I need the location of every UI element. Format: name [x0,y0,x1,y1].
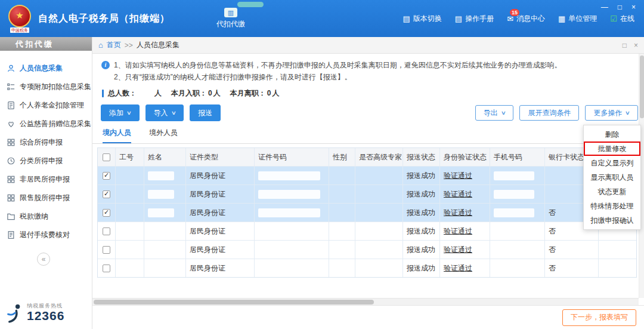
notice-line2: 2、只有“报送成功”的纳税人才能进行扣缴申报操作，请及时进行【报送】。 [114,71,620,83]
cell-name [144,222,186,240]
column-header: 报送状态 [403,148,440,166]
cell-employee-no [116,222,144,240]
nav-label: 在线 [620,14,634,24]
sidebar-item-special-deduction[interactable]: 专项附加扣除信息采集 [0,78,92,96]
cell-phone [490,241,545,259]
menu-item-status-update[interactable]: 状态更新 [584,185,640,199]
sidebar-item-tax-payment[interactable]: 税款缴纳 [0,207,92,226]
cell-id-type: 居民身份证 [186,167,255,185]
cell-id-number [255,204,329,222]
menu-item-show-resigned[interactable]: 显示离职人员 [584,170,640,185]
cell-name [144,204,186,222]
document-icon [403,15,410,23]
total-count-unit: 人 [154,88,162,99]
select-all-checkbox[interactable] [103,153,110,161]
cell-senior-expert [355,167,403,185]
cell-verify-status[interactable]: 验证通过 [440,222,490,240]
cell-verify-status[interactable]: 验证通过 [440,167,490,185]
cell-phone [490,259,545,277]
table-row[interactable]: 居民身份证 报送成功 验证通过 [98,185,636,203]
nav-version-switch[interactable]: 版本切换 [403,14,442,24]
cell-id-number [255,222,329,240]
cell-gender [329,185,355,203]
cell-name [144,259,186,277]
close-button[interactable]: × [631,3,636,11]
cell-phone [490,167,545,185]
import-button[interactable]: 导入∨ [145,104,184,121]
horizontal-scrollbar[interactable] [92,298,639,305]
submit-button[interactable]: 报送 [190,104,221,121]
notice-line1: 1、请如实填写纳税人的身份信息等基础资料，不再办理扣缴申报的人员及时采集离职日期… [114,59,620,71]
sidebar-item-charity-donation[interactable]: 公益慈善捐赠信息采集 [0,115,92,133]
row-checkbox[interactable] [103,209,110,217]
breadcrumb-home[interactable]: 首页 [107,40,121,50]
row-checkbox[interactable] [103,172,110,180]
nav-online-status[interactable]: 在线 [610,14,634,24]
menu-item-special-cases[interactable]: 特殊情形处理 [584,199,640,213]
row-checkbox[interactable] [103,246,110,254]
cell-submit-status: 报送成功 [403,241,440,259]
menu-item-withholding-confirm[interactable]: 扣缴申报确认 [584,213,640,227]
online-status-icon [610,15,617,23]
sidebar-item-refund-fee-check[interactable]: 退付手续费核对 [0,226,92,244]
cell-verify-status[interactable]: 验证通过 [440,204,490,222]
table-row[interactable]: 居民身份证 报送成功 验证通过 否 [98,240,636,259]
add-button[interactable]: 添加∨ [101,104,140,121]
sidebar-header: 代扣代缴 [0,37,92,51]
horizontal-scrollbar-thumb[interactable] [94,300,374,305]
export-button[interactable]: 导出∨ [475,105,514,121]
content: 1、请如实填写纳税人的身份信息等基础资料，不再办理扣缴申报的人员及时采集离职日期… [92,54,644,305]
chevron-down-icon: ∨ [126,110,132,116]
cell-submit-status: 报送成功 [403,204,440,222]
tab-domestic-personnel[interactable]: 境内人员 [103,128,131,143]
table-row[interactable]: 居民身份证 报送成功 验证通过 否 [98,259,636,277]
table-row[interactable]: 居民身份证 报送成功 验证通过 否 [98,203,636,222]
expand-query-button[interactable]: 展开查询条件 [519,105,579,121]
sidebar-collapse-button[interactable]: « [37,253,50,266]
sidebar-item-personnel-info[interactable]: 人员信息采集 [0,59,92,78]
table-row[interactable]: 居民身份证 报送成功 验证通过 [98,166,636,185]
menu-item-custom-columns[interactable]: 自定义显示列 [584,156,640,170]
topbar: — □ × 中国税务 自然人电子税务局（扣缴端） 代扣代缴 版本切换 操作手册 … [0,0,644,37]
panel-restore-button[interactable]: □ [623,41,627,50]
panel-close-button[interactable]: × [634,41,638,50]
more-actions-button[interactable]: 更多操作∨ [585,105,638,121]
sidebar-item-classified-income[interactable]: 分类所得申报 [0,152,92,170]
breadcrumb: 首页 >> 人员信息采集 □ × [92,37,644,54]
next-step-button[interactable]: 下一步，报表填写 [562,309,636,326]
tab-withholding-module[interactable]: 代扣代缴 [216,8,245,29]
maximize-button[interactable]: □ [618,3,622,11]
cell-senior-expert [355,222,403,240]
month-join-unit: 人 [213,88,221,99]
redacted-text [258,171,320,180]
sidebar-item-pension-deduction[interactable]: 个人养老金扣除管理 [0,96,92,115]
cell-gender [329,241,355,259]
nav-unit-management[interactable]: 单位管理 [558,14,597,24]
chevron-down-icon: ∨ [625,110,630,116]
cell-verify-status[interactable]: 验证通过 [440,259,490,277]
nav-message-center[interactable]: 15 消息中心 [507,14,545,24]
row-checkbox[interactable] [103,265,110,272]
menu-item-batch-edit[interactable]: 批量修改 [584,142,640,156]
pension-doc-icon [7,101,16,110]
menu-item-delete[interactable]: 删除 [584,127,640,142]
breadcrumb-current: 人员信息采集 [137,40,179,50]
sidebar-item-nonresident-income[interactable]: 非居民所得申报 [0,170,92,189]
row-checkbox[interactable] [103,227,110,235]
minimize-button[interactable]: — [601,3,608,11]
home-icon [98,41,103,50]
table-row[interactable]: 居民身份证 报送成功 验证通过 否 [98,222,636,240]
receipt-icon [7,230,16,239]
nav-manual[interactable]: 操作手册 [455,14,494,24]
tab-foreign-personnel[interactable]: 境外人员 [149,128,178,143]
vertical-scrollbar-thumb[interactable] [640,56,644,118]
footer: 下一步，报表填写 [92,305,644,329]
cell-verify-status[interactable]: 验证通过 [440,241,490,259]
cell-verify-status[interactable]: 验证通过 [440,185,490,203]
chevron-down-icon: ∨ [500,110,506,116]
sidebar-item-restricted-stock-income[interactable]: 限售股所得申报 [0,189,92,207]
row-checkbox[interactable] [103,190,110,198]
sidebar-item-comprehensive-income[interactable]: 综合所得申报 [0,133,92,152]
clock-icon [7,156,16,165]
sidebar-item-label: 公益慈善捐赠信息采集 [20,119,91,129]
